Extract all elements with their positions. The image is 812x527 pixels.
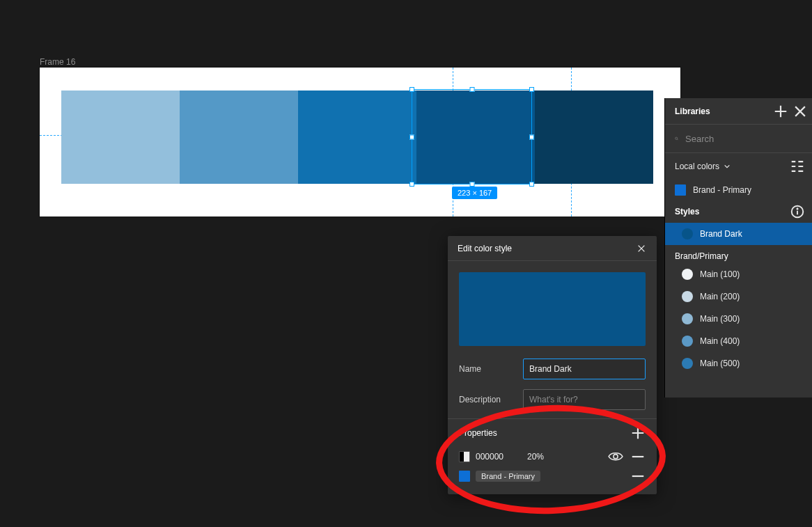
style-item-selected[interactable]: Brand Dark: [665, 223, 812, 245]
close-icon: [637, 244, 646, 253]
libraries-title: Libraries: [675, 107, 710, 116]
color-chip[interactable]: [459, 451, 470, 462]
fill-style-name[interactable]: Brand - Primary: [476, 471, 540, 482]
chevron-down-icon: [724, 163, 731, 170]
description-label: Description: [459, 395, 523, 404]
styles-heading-row: Styles: [665, 200, 812, 223]
style-item-label: Main (400): [700, 336, 740, 346]
style-item[interactable]: Main (300): [665, 308, 812, 330]
property-row-overlay[interactable]: 000000 20%: [459, 447, 646, 466]
panel-header: Edit color style: [448, 236, 657, 261]
plus-icon: [773, 104, 788, 119]
search-row: [665, 125, 812, 152]
styles-heading: Styles: [675, 207, 699, 217]
remove-property-button[interactable]: [630, 469, 646, 484]
minus-icon: [630, 449, 646, 464]
frame-label: Frame 16: [40, 57, 75, 67]
style-item-label: Main (500): [700, 359, 740, 368]
canvas-frame[interactable]: [40, 68, 680, 217]
hex-value[interactable]: 000000: [476, 452, 522, 462]
color-swatch[interactable]: [298, 91, 416, 184]
search-input[interactable]: [685, 134, 802, 144]
toggle-visibility-button[interactable]: [608, 449, 623, 464]
style-item-label: Main (300): [700, 314, 740, 324]
edit-color-style-panel: Edit color style Name Description Proper…: [448, 236, 657, 494]
style-item[interactable]: Main (100): [665, 263, 812, 285]
close-button[interactable]: [636, 243, 647, 254]
local-colors-row[interactable]: Local colors: [665, 153, 812, 180]
minus-icon: [630, 469, 646, 484]
style-color-dot: [682, 291, 693, 302]
add-library-button[interactable]: [773, 104, 788, 119]
style-color-dot: [682, 358, 693, 369]
name-label: Name: [459, 364, 523, 374]
opacity-value[interactable]: 20%: [527, 452, 562, 462]
svg-point-1: [676, 137, 678, 139]
style-item[interactable]: Main (500): [665, 352, 812, 375]
style-item-label: Brand Dark: [700, 229, 742, 239]
style-group-heading[interactable]: Brand/Primary: [665, 245, 812, 263]
selection-dimensions-badge: 223 × 167: [452, 187, 497, 199]
panel-title: Edit color style: [458, 244, 512, 253]
color-swatch[interactable]: [61, 91, 180, 184]
description-field-row: Description: [448, 386, 657, 413]
style-item-label: Main (200): [700, 292, 740, 301]
properties-section: Properties 000000 20% Brand - Primary: [448, 418, 657, 494]
property-row-fill[interactable]: Brand - Primary: [459, 466, 646, 486]
style-color-dot: [682, 228, 693, 239]
style-color-dot: [682, 269, 693, 280]
svg-point-0: [614, 455, 618, 459]
list-icon: [790, 159, 805, 174]
description-input[interactable]: [523, 389, 646, 410]
info-icon: [790, 204, 805, 219]
color-preview[interactable]: [459, 272, 646, 346]
color-swatch-row: [61, 91, 653, 184]
name-input[interactable]: [523, 359, 646, 379]
eye-icon: [608, 451, 623, 462]
svg-point-3: [797, 208, 798, 210]
plus-icon: [630, 425, 646, 441]
library-style-label: Brand - Primary: [693, 185, 751, 195]
style-item[interactable]: Main (200): [665, 285, 812, 308]
style-color-dot: [682, 313, 693, 324]
color-swatch[interactable]: [535, 91, 653, 184]
list-view-button[interactable]: [790, 159, 805, 174]
remove-property-button[interactable]: [630, 449, 646, 464]
color-chip[interactable]: [459, 471, 470, 482]
style-color-dot: [682, 336, 693, 347]
styles-info-button[interactable]: [790, 204, 805, 219]
name-field-row: Name: [448, 356, 657, 382]
properties-heading: Properties: [459, 428, 497, 438]
add-property-button[interactable]: [630, 425, 646, 441]
color-swatch[interactable]: [180, 91, 298, 184]
style-item[interactable]: Main (400): [665, 330, 812, 352]
close-libraries-button[interactable]: [793, 104, 808, 119]
search-icon: [675, 134, 678, 143]
libraries-header: Libraries: [665, 98, 812, 125]
color-swatch[interactable]: [416, 91, 535, 184]
library-style-item[interactable]: Brand - Primary: [665, 180, 812, 200]
color-chip: [675, 184, 686, 196]
local-colors-label: Local colors: [675, 162, 719, 171]
libraries-panel: Libraries Local colors Brand - Primary S…: [665, 98, 812, 398]
style-item-label: Main (100): [700, 269, 740, 279]
close-icon: [793, 104, 808, 119]
